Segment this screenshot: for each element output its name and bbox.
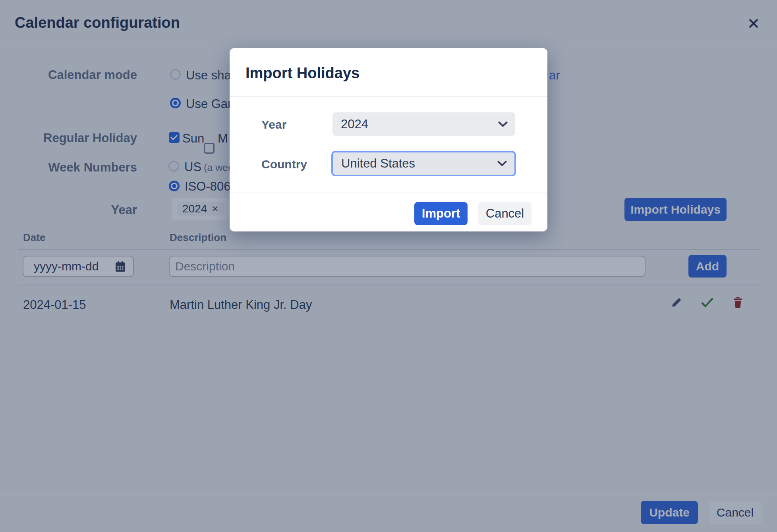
modal-import-button[interactable]: Import (414, 202, 468, 225)
modal-header-divider (230, 96, 547, 97)
import-holidays-modal: Import Holidays Year 2024 Country United… (230, 48, 547, 231)
modal-footer-divider (230, 193, 547, 193)
modal-year-label: Year (261, 118, 286, 131)
year-select[interactable]: 2024 (332, 112, 515, 136)
country-select[interactable]: United States (331, 151, 516, 176)
chevron-down-icon (497, 160, 507, 167)
calendar-configuration-page: Calendar configuration Calendar mode Use… (0, 0, 777, 532)
country-select-value: United States (333, 156, 415, 171)
modal-country-label: Country (261, 158, 307, 171)
year-select-value: 2024 (332, 117, 368, 131)
modal-title: Import Holidays (245, 65, 360, 82)
chevron-down-icon (498, 121, 508, 127)
modal-cancel-button[interactable]: Cancel (478, 202, 532, 225)
